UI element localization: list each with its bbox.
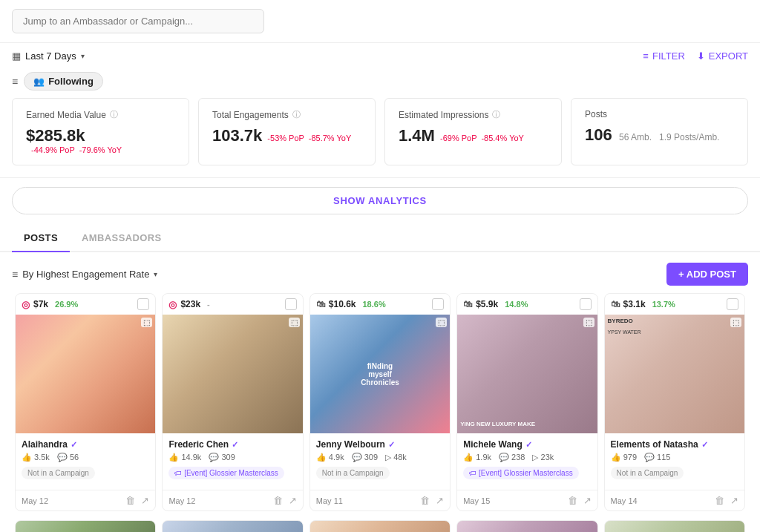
shopping-icon-5: 🛍 (611, 299, 620, 309)
post-stats-4: 👍 1.9k 💬 238 ▷ 23k (463, 453, 591, 462)
verified-icon-3: ✓ (388, 440, 395, 450)
following-tag[interactable]: 👥 Following (24, 72, 103, 91)
search-input[interactable] (12, 9, 264, 33)
filter-button[interactable]: ≡ FILTER (643, 50, 684, 62)
post-card: ◎ $7k 26.9% ⬚ Alaihandra ✓ 👍 3.5k 💬 56 N… (15, 293, 156, 511)
delete-icon-2[interactable]: 🗑 (273, 495, 283, 506)
post-image-icon-5: ⬚ (730, 318, 741, 327)
sort-icon: ≡ (12, 269, 18, 280)
post-checkbox-1[interactable] (137, 298, 149, 310)
post-growth-1: 26.9% (55, 300, 78, 309)
open-icon-3[interactable]: ↗ (436, 495, 444, 506)
tab-posts[interactable]: POSTS (12, 223, 70, 252)
filter-label: FILTER (652, 50, 685, 62)
verified-icon-4: ✓ (525, 440, 532, 450)
post-platform-2: ◎ $23k - (168, 299, 209, 310)
post-card-header-2: ◎ $23k - (163, 294, 302, 315)
post-likes-2: 👍 14.9k (168, 453, 201, 462)
add-post-button[interactable]: + ADD POST (666, 263, 748, 286)
metric-label-engagements: Total Engagements (212, 110, 289, 120)
post-growth-5: 13.7% (652, 300, 675, 309)
delete-icon-3[interactable]: 🗑 (420, 495, 430, 506)
delete-icon-4[interactable]: 🗑 (568, 495, 577, 506)
info-icon-emv[interactable]: ⓘ (110, 109, 118, 120)
metric-title-engagements: Total Engagements ⓘ (212, 109, 361, 120)
metrics-row: Earned Media Value ⓘ $285.8k -44.9% PoP … (0, 98, 760, 178)
post-footer-4: May 15 🗑 ↗ (457, 490, 597, 510)
top-bar (0, 0, 760, 43)
post-campaign-3[interactable]: Not in a Campaign (316, 467, 390, 479)
open-icon-1[interactable]: ↗ (141, 495, 149, 506)
tab-ambassadors[interactable]: AMBASSADORS (70, 223, 174, 252)
chevron-down-icon: ▾ (81, 52, 85, 60)
post-platform-5: 🛍 $3.1k 13.7% (611, 299, 675, 309)
post-platform-1: ◎ $7k 26.9% (22, 299, 78, 310)
delete-icon-5[interactable]: 🗑 (715, 495, 724, 506)
metric-title-posts: Posts (585, 109, 734, 119)
post-emv-3: $10.6k (329, 299, 356, 309)
post-footer-2: May 12 🗑 ↗ (163, 490, 302, 510)
open-icon-5[interactable]: ↗ (730, 495, 738, 506)
post-text-overlay-4: YING NEW LUXURY MAKE (460, 421, 535, 427)
post-views-3: ▷ 48k (385, 453, 407, 462)
post-campaign-4[interactable]: 🏷 [Event] Glossier Masterclass (463, 467, 578, 479)
post-image-4: YING NEW LUXURY MAKE ⬚ (457, 315, 597, 433)
metric-sub-emv: -44.9% PoP -79.6% YoY (29, 145, 122, 154)
post-checkbox-4[interactable] (580, 298, 592, 310)
post-views-4: ▷ 23k (532, 453, 554, 462)
post-comments-4: 💬 238 (499, 453, 525, 462)
delete-icon-1[interactable]: 🗑 (125, 495, 135, 506)
toolbar: ▦ Last 7 Days ▾ ≡ FILTER ⬇ EXPORT (0, 43, 760, 69)
following-label: Following (48, 76, 94, 87)
filter-icon: ≡ (643, 50, 649, 62)
following-icon: 👥 (33, 76, 45, 87)
post-info-4: Michele Wang ✓ 👍 1.9k 💬 238 ▷ 23k 🏷 [Eve… (457, 433, 597, 490)
post-likes-1: 👍 3.5k (22, 453, 50, 462)
metric-sub-posts: 56 Amb. 1.9 Posts/Amb. (617, 132, 720, 142)
post-image-icon-1: ⬚ (141, 318, 152, 327)
post-image-5: BYREDO YPSY WATER ⬚ (605, 315, 744, 433)
post-platform-3: 🛍 $10.6k 18.6% (316, 299, 386, 309)
post-author-name-5: Elements of Natasha (611, 439, 698, 450)
post-actions-2: 🗑 ↗ (273, 495, 297, 506)
post-platform-4: 🛍 $5.9k 14.8% (463, 299, 528, 309)
post-text-overlay-3: fiNdingmyselfChronicles (361, 362, 399, 387)
calendar-icon: ▦ (12, 50, 21, 62)
metric-label-impressions: Estimated Impressions (399, 110, 488, 120)
shopping-icon-3: 🛍 (316, 299, 325, 309)
post-campaign-5[interactable]: Not in a Campaign (611, 467, 684, 479)
post-author-1: Alaihandra ✓ (22, 439, 149, 450)
filter-row: ≡ 👥 Following (0, 69, 760, 98)
post-date-2: May 12 (168, 496, 195, 505)
open-icon-2[interactable]: ↗ (289, 495, 297, 506)
post-checkbox-5[interactable] (727, 298, 738, 310)
verified-icon-1: ✓ (71, 440, 77, 450)
export-label: EXPORT (709, 50, 748, 62)
open-icon-4[interactable]: ↗ (583, 495, 592, 506)
post-footer-1: May 12 🗑 ↗ (16, 490, 155, 510)
post-image-1: ⬚ (16, 315, 155, 433)
metric-card-engagements: Total Engagements ⓘ 103.7k -53% PoP -85.… (198, 98, 376, 165)
info-icon-engagements[interactable]: ⓘ (292, 109, 301, 120)
bottom-row: $5.4k 13.4% $3.3k 12.1% $1.5k 11.3% $1.6… (0, 520, 760, 532)
export-button[interactable]: ⬇ EXPORT (697, 50, 748, 62)
post-growth-2: - (207, 300, 210, 309)
post-checkbox-2[interactable] (285, 298, 297, 310)
post-card-header-4: 🛍 $5.9k 14.8% (457, 294, 597, 315)
metric-value-posts: 106 (585, 125, 612, 145)
show-analytics-button[interactable]: SHOW ANALYTICS (12, 187, 748, 214)
post-checkbox-3[interactable] (432, 298, 444, 310)
post-stats-5: 👍 979 💬 115 (611, 453, 738, 462)
toolbar-left: ▦ Last 7 Days ▾ (12, 50, 85, 62)
post-campaign-2[interactable]: 🏷 [Event] Glossier Masterclass (168, 467, 284, 479)
post-campaign-1[interactable]: Not in a Campaign (22, 467, 95, 479)
post-emv-4: $5.9k (476, 299, 498, 309)
info-icon-impressions[interactable]: ⓘ (492, 109, 500, 120)
sort-select[interactable]: ≡ By Highest Engagement Rate ▾ (12, 269, 157, 280)
sort-chevron-icon: ▾ (154, 270, 157, 278)
metric-value-engagements: 103.7k (212, 126, 262, 145)
date-picker[interactable]: ▦ Last 7 Days ▾ (12, 50, 85, 62)
post-author-name-2: Frederic Chen (168, 439, 229, 450)
post-growth-4: 14.8% (505, 300, 528, 309)
post-emv-2: $23k (180, 299, 200, 309)
